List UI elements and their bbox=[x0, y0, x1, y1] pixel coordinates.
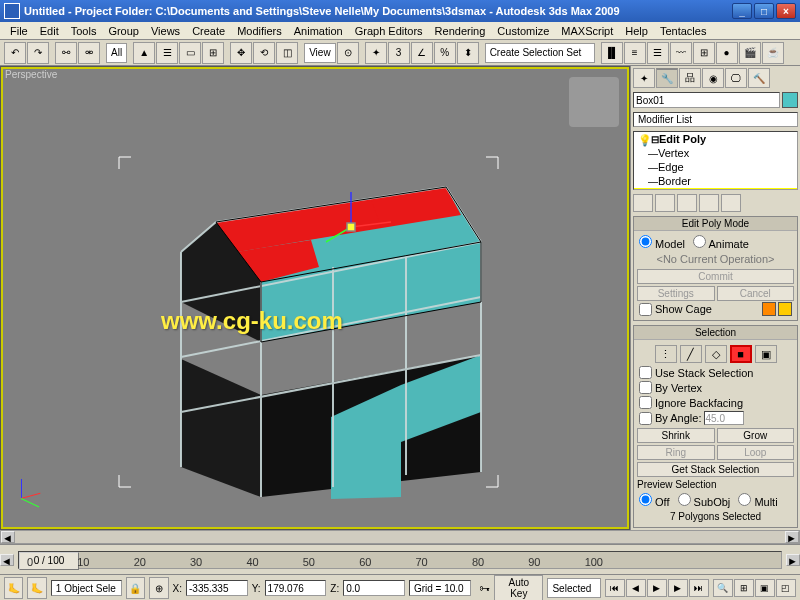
remove-modifier-button[interactable] bbox=[699, 194, 719, 212]
create-tab[interactable]: ✦ bbox=[633, 68, 655, 88]
menu-views[interactable]: Views bbox=[145, 25, 186, 37]
y-coord-input[interactable]: 179.076 bbox=[265, 580, 327, 596]
use-stack-checkbox[interactable] bbox=[639, 366, 652, 379]
show-cage-checkbox[interactable] bbox=[639, 303, 652, 316]
minimize-button[interactable]: _ bbox=[732, 3, 752, 19]
keymode-dropdown[interactable]: Selected bbox=[547, 578, 601, 598]
menu-edit[interactable]: Edit bbox=[34, 25, 65, 37]
shrink-button[interactable]: Shrink bbox=[637, 428, 715, 443]
menu-help[interactable]: Help bbox=[619, 25, 654, 37]
material-editor-button[interactable]: ● bbox=[716, 42, 738, 64]
prev-frame-button[interactable]: ◀ bbox=[626, 579, 646, 597]
hierarchy-tab[interactable]: 品 bbox=[679, 68, 701, 88]
preview-multi-radio[interactable]: Multi bbox=[738, 493, 777, 508]
model-radio[interactable]: Model bbox=[639, 235, 685, 250]
abs-rel-button[interactable]: ⊕ bbox=[149, 577, 168, 599]
play-button[interactable]: ▶ bbox=[647, 579, 667, 597]
modifier-list-dropdown[interactable]: Modifier List bbox=[633, 112, 798, 127]
make-unique-button[interactable] bbox=[677, 194, 697, 212]
cage-color-1[interactable] bbox=[762, 302, 776, 316]
curve-editor-button[interactable]: 〰 bbox=[670, 42, 692, 64]
scale-button[interactable]: ◫ bbox=[276, 42, 298, 64]
cancel-button[interactable]: Cancel bbox=[717, 286, 795, 301]
menu-group[interactable]: Group bbox=[102, 25, 145, 37]
cage-color-2[interactable] bbox=[778, 302, 792, 316]
z-coord-input[interactable]: 0.0 bbox=[343, 580, 405, 596]
angle-snap-button[interactable]: ∠ bbox=[411, 42, 433, 64]
utilities-tab[interactable]: 🔨 bbox=[748, 68, 770, 88]
refcoord-dropdown[interactable]: View bbox=[304, 43, 336, 63]
display-tab[interactable]: 🖵 bbox=[725, 68, 747, 88]
modify-tab[interactable]: 🔧 bbox=[656, 68, 678, 88]
link-button[interactable]: ⚯ bbox=[55, 42, 77, 64]
autokey-button[interactable]: Auto Key bbox=[494, 575, 543, 600]
redo-button[interactable]: ↷ bbox=[27, 42, 49, 64]
grow-button[interactable]: Grow bbox=[717, 428, 795, 443]
viewcube-icon[interactable] bbox=[569, 77, 619, 127]
preview-subobj-radio[interactable]: SubObj bbox=[678, 493, 731, 508]
zoom-all-button[interactable]: ⊞ bbox=[734, 579, 754, 597]
time-prev-button[interactable]: ◄ bbox=[0, 554, 14, 566]
zoom-region-button[interactable]: ◰ bbox=[776, 579, 796, 597]
modifier-stack[interactable]: 💡⊟ Edit Poly — Vertex — Edge — Border — … bbox=[633, 131, 798, 190]
percent-snap-button[interactable]: % bbox=[434, 42, 456, 64]
menu-create[interactable]: Create bbox=[186, 25, 231, 37]
vertex-select-icon[interactable]: ⋮ bbox=[655, 345, 677, 363]
x-coord-input[interactable]: -335.335 bbox=[186, 580, 248, 596]
layer-button[interactable]: ☰ bbox=[647, 42, 669, 64]
goto-end-button[interactable]: ⏭ bbox=[689, 579, 709, 597]
preview-off-radio[interactable]: Off bbox=[639, 493, 670, 508]
selection-set-dropdown[interactable]: Create Selection Set bbox=[485, 43, 595, 63]
move-button[interactable]: ✥ bbox=[230, 42, 252, 64]
goto-start-button[interactable]: ⏮ bbox=[605, 579, 625, 597]
manipulate-button[interactable]: ✦ bbox=[365, 42, 387, 64]
menu-modifiers[interactable]: Modifiers bbox=[231, 25, 288, 37]
time-slider[interactable]: 0 / 100 0102030405060708090100 bbox=[18, 551, 782, 569]
lock-button[interactable]: 🦶 bbox=[4, 577, 23, 599]
time-next-button[interactable]: ► bbox=[786, 554, 800, 566]
commit-button[interactable]: Commit bbox=[637, 269, 794, 284]
get-stack-button[interactable]: Get Stack Selection bbox=[637, 462, 794, 477]
next-frame-button[interactable]: ▶ bbox=[668, 579, 688, 597]
align-button[interactable]: ≡ bbox=[624, 42, 646, 64]
menu-file[interactable]: File bbox=[4, 25, 34, 37]
ignore-backfacing-checkbox[interactable] bbox=[639, 396, 652, 409]
by-angle-checkbox[interactable] bbox=[639, 412, 652, 425]
motion-tab[interactable]: ◉ bbox=[702, 68, 724, 88]
menu-graph-editors[interactable]: Graph Editors bbox=[349, 25, 429, 37]
unlink-button[interactable]: ⚮ bbox=[78, 42, 100, 64]
filter-dropdown[interactable]: All bbox=[106, 43, 127, 63]
lock-selection-button[interactable]: 🔒 bbox=[126, 577, 145, 599]
spinner-snap-button[interactable]: ⬍ bbox=[457, 42, 479, 64]
selection-header[interactable]: Selection bbox=[634, 326, 797, 340]
viewport-scrollbar[interactable]: ◄► bbox=[0, 530, 800, 544]
rollout-header[interactable]: Edit Poly Mode bbox=[634, 217, 797, 231]
border-select-icon[interactable]: ◇ bbox=[705, 345, 727, 363]
select-name-button[interactable]: ☰ bbox=[156, 42, 178, 64]
edge-select-icon[interactable]: ╱ bbox=[680, 345, 702, 363]
render-button[interactable]: ☕ bbox=[762, 42, 784, 64]
select-region-button[interactable]: ▭ bbox=[179, 42, 201, 64]
schematic-button[interactable]: ⊞ bbox=[693, 42, 715, 64]
menu-tentacles[interactable]: Tentacles bbox=[654, 25, 712, 37]
pivot-button[interactable]: ⊙ bbox=[337, 42, 359, 64]
zoom-button[interactable]: 🔍 bbox=[713, 579, 733, 597]
loop-button[interactable]: Loop bbox=[717, 445, 795, 460]
window-crossing-button[interactable]: ⊞ bbox=[202, 42, 224, 64]
menu-rendering[interactable]: Rendering bbox=[429, 25, 492, 37]
element-select-icon[interactable]: ▣ bbox=[755, 345, 777, 363]
angle-input[interactable] bbox=[704, 411, 744, 425]
lock-button-2[interactable]: 🦶 bbox=[27, 577, 46, 599]
pin-stack-button[interactable] bbox=[633, 194, 653, 212]
maximize-button[interactable]: □ bbox=[754, 3, 774, 19]
render-setup-button[interactable]: 🎬 bbox=[739, 42, 761, 64]
show-end-result-button[interactable] bbox=[655, 194, 675, 212]
settings-button[interactable]: Settings bbox=[637, 286, 715, 301]
object-name-input[interactable] bbox=[633, 92, 780, 108]
mirror-button[interactable]: ▐▌ bbox=[601, 42, 623, 64]
undo-button[interactable]: ↶ bbox=[4, 42, 26, 64]
select-button[interactable]: ▲ bbox=[133, 42, 155, 64]
menu-tools[interactable]: Tools bbox=[65, 25, 103, 37]
snap-button[interactable]: 3 bbox=[388, 42, 410, 64]
by-vertex-checkbox[interactable] bbox=[639, 381, 652, 394]
